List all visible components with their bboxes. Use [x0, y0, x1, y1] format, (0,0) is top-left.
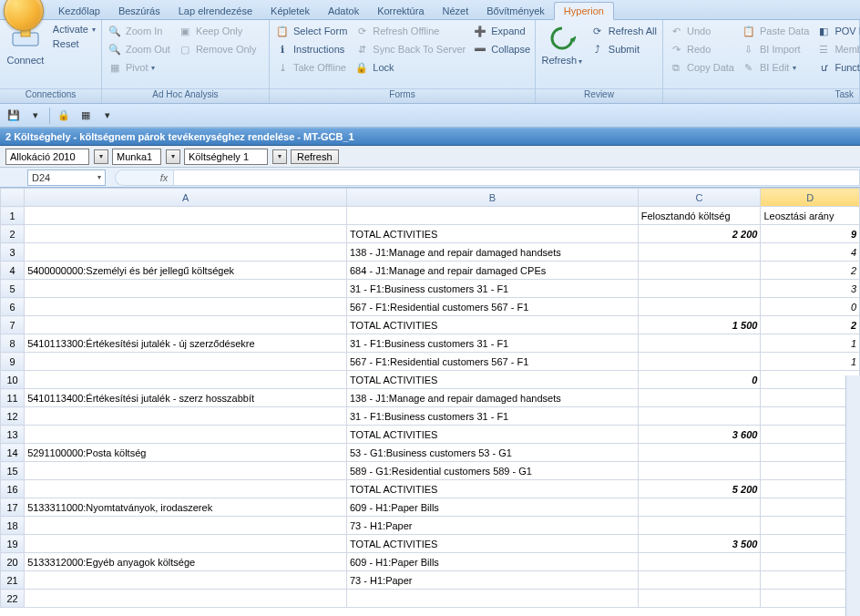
- cell[interactable]: [347, 207, 639, 225]
- row-header[interactable]: 18: [1, 517, 25, 535]
- row-header[interactable]: 16: [1, 480, 25, 498]
- row-header[interactable]: 21: [1, 571, 25, 590]
- cell[interactable]: 567 - F1:Residential customers 567 - F1: [347, 298, 639, 316]
- cell[interactable]: 4: [761, 243, 860, 262]
- cell[interactable]: [638, 389, 761, 407]
- cell[interactable]: [638, 498, 761, 517]
- cell[interactable]: 609 - H1:Paper Bills: [347, 498, 639, 517]
- pov-refresh-button[interactable]: Refresh: [291, 149, 339, 164]
- cell[interactable]: [25, 280, 347, 298]
- cell[interactable]: [347, 590, 639, 608]
- cell[interactable]: [25, 517, 347, 535]
- cell[interactable]: Leosztási arány: [761, 207, 860, 225]
- cell[interactable]: [638, 280, 761, 298]
- bi-edit-button[interactable]: ✎BI Edit: [740, 59, 811, 76]
- row-header[interactable]: 3: [1, 243, 25, 262]
- paste-data-button[interactable]: 📋Paste Data: [740, 23, 811, 39]
- function-button[interactable]: ưFunct: [814, 59, 860, 76]
- cell[interactable]: TOTAL ACTIVITIES: [347, 480, 639, 498]
- cell[interactable]: 5 200: [638, 480, 761, 498]
- cell[interactable]: [25, 571, 347, 590]
- cell[interactable]: 1: [761, 353, 860, 371]
- row-header[interactable]: 6: [1, 298, 25, 316]
- row-header[interactable]: 9: [1, 353, 25, 371]
- cell[interactable]: 3 600: [638, 426, 761, 444]
- row-header[interactable]: 11: [1, 389, 25, 407]
- cell[interactable]: [638, 517, 761, 535]
- cell[interactable]: [638, 571, 761, 590]
- cell[interactable]: 73 - H1:Paper: [347, 517, 639, 535]
- redo-button[interactable]: ↷Redo: [667, 41, 736, 57]
- row-header[interactable]: 17: [1, 498, 25, 517]
- bi-import-button[interactable]: ⇩BI Import: [740, 41, 811, 57]
- cell[interactable]: [638, 298, 761, 316]
- submit-button[interactable]: ⤴Submit: [589, 41, 659, 57]
- row-header[interactable]: 2: [1, 225, 25, 243]
- tab-nézet[interactable]: Nézet: [434, 3, 478, 19]
- cell[interactable]: 0: [638, 371, 761, 389]
- pov-field-3[interactable]: [185, 151, 267, 162]
- zoom-in-button[interactable]: 🔍Zoom In: [106, 23, 172, 39]
- cell[interactable]: [25, 535, 347, 553]
- cell[interactable]: 0: [761, 298, 860, 316]
- pov-field-1-dropdown[interactable]: ▾: [94, 149, 108, 164]
- sync-back-button[interactable]: ⇵Sync Back To Server: [353, 41, 467, 57]
- cell[interactable]: TOTAL ACTIVITIES: [347, 316, 639, 334]
- cell[interactable]: [25, 462, 347, 480]
- cell[interactable]: [638, 590, 761, 608]
- row-header[interactable]: 20: [1, 553, 25, 571]
- cell[interactable]: 609 - H1:Paper Bills: [347, 553, 639, 571]
- lock-button[interactable]: 🔒Lock: [353, 59, 467, 76]
- save-icon[interactable]: 💾: [5, 108, 22, 124]
- cell[interactable]: 73 - H1:Paper: [347, 571, 639, 590]
- formula-input[interactable]: [173, 169, 860, 186]
- tab-képletek[interactable]: Képletek: [261, 3, 319, 19]
- col-header-B[interactable]: B: [347, 189, 639, 207]
- cell[interactable]: [638, 353, 761, 371]
- row-header[interactable]: 14: [1, 444, 25, 462]
- cell[interactable]: TOTAL ACTIVITIES: [347, 225, 639, 243]
- cell[interactable]: [638, 243, 761, 262]
- pivot-button[interactable]: ▦Pivot: [106, 59, 172, 76]
- cell[interactable]: [25, 207, 347, 225]
- cell[interactable]: Felosztandó költség: [638, 207, 761, 225]
- pov-manager-button[interactable]: ◧POV M: [814, 23, 860, 39]
- collapse-button[interactable]: ➖Collapse: [471, 41, 532, 57]
- cell[interactable]: 3: [761, 280, 860, 298]
- reset-button[interactable]: Reset: [51, 37, 97, 50]
- row-header[interactable]: 5: [1, 280, 25, 298]
- cell[interactable]: TOTAL ACTIVITIES: [347, 535, 639, 553]
- row-header[interactable]: 13: [1, 426, 25, 444]
- cell[interactable]: 684 - J1:Manage and repair damaged CPEs: [347, 262, 639, 280]
- row-header[interactable]: 7: [1, 316, 25, 334]
- cell[interactable]: 2: [761, 316, 860, 334]
- cell[interactable]: [25, 407, 347, 426]
- row-header[interactable]: 1: [1, 207, 25, 225]
- refresh-offline-button[interactable]: ⟳Refresh Offline: [353, 23, 467, 39]
- grid-small-icon[interactable]: ▦: [77, 108, 94, 124]
- expand-button[interactable]: ➕Expand: [471, 23, 532, 39]
- cell[interactable]: [638, 407, 761, 426]
- col-header-C[interactable]: C: [638, 189, 761, 207]
- cell[interactable]: 9: [761, 225, 860, 243]
- cell[interactable]: 53 - G1:Business customers 53 - G1: [347, 444, 639, 462]
- instructions-button[interactable]: ℹInstructions: [273, 41, 349, 57]
- cell[interactable]: 1 500: [638, 316, 761, 334]
- cell[interactable]: [638, 553, 761, 571]
- cell[interactable]: 5400000000:Személyi és bér jellegű költs…: [25, 262, 347, 280]
- cell[interactable]: 5410113300:Értékesítési jutalék - új sze…: [25, 334, 347, 353]
- cell[interactable]: 31 - F1:Business customers 31 - F1: [347, 280, 639, 298]
- tab-bővítmények[interactable]: Bővítmények: [477, 3, 554, 19]
- cell[interactable]: [25, 353, 347, 371]
- cell[interactable]: 3 500: [638, 535, 761, 553]
- cell[interactable]: 5291100000:Posta költség: [25, 444, 347, 462]
- take-offline-button[interactable]: ⤓Take Offline: [273, 59, 349, 76]
- row-header[interactable]: 19: [1, 535, 25, 553]
- cell[interactable]: [638, 444, 761, 462]
- pov-field-1[interactable]: [6, 151, 88, 162]
- cell[interactable]: 138 - J1:Manage and repair damaged hands…: [347, 243, 639, 262]
- cell[interactable]: 567 - F1:Residential customers 567 - F1: [347, 353, 639, 371]
- cell[interactable]: 31 - F1:Business customers 31 - F1: [347, 334, 639, 353]
- tab-korrektúra[interactable]: Korrektúra: [368, 3, 433, 19]
- row-header[interactable]: 10: [1, 371, 25, 389]
